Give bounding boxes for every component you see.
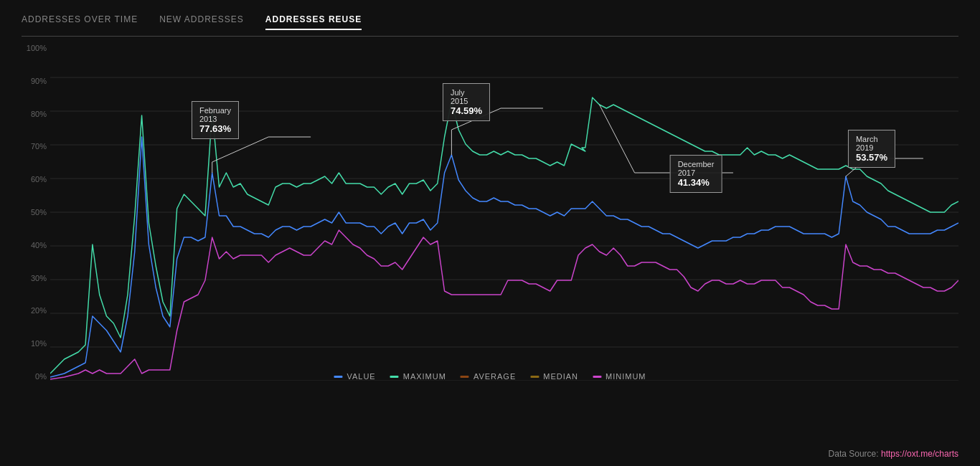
chart-svg <box>50 44 958 381</box>
legend-maximum: MAXIMUM <box>390 372 446 381</box>
tab-bar: ADDRESSES OVER TIME NEW ADDRESSES ADDRES… <box>22 14 958 37</box>
y-label-70: 70% <box>31 142 47 151</box>
y-label-20: 20% <box>31 306 47 315</box>
data-source-link[interactable]: https://oxt.me/charts <box>881 449 958 459</box>
main-container: ADDRESSES OVER TIME NEW ADDRESSES ADDRES… <box>0 0 980 466</box>
legend-value: VALUE <box>334 372 375 381</box>
chart-area: 100% 90% 80% 70% 60% 50% 40% 30% 20% 10%… <box>22 44 958 417</box>
data-source: Data Source: https://oxt.me/charts <box>829 449 958 459</box>
y-label-10: 10% <box>31 339 47 348</box>
legend-minimum-dot <box>593 376 601 378</box>
legend-average-dot <box>461 376 469 378</box>
y-label-30: 30% <box>31 274 47 282</box>
legend-average: AVERAGE <box>461 372 516 381</box>
y-axis: 100% 90% 80% 70% 60% 50% 40% 30% 20% 10%… <box>22 44 50 381</box>
chart-legend: VALUE MAXIMUM AVERAGE MEDIAN MINIMUM <box>334 372 646 381</box>
y-label-0: 0% <box>35 372 47 381</box>
legend-median-dot <box>530 376 539 378</box>
y-label-50: 50% <box>31 208 47 217</box>
y-label-60: 60% <box>31 175 47 184</box>
chart-plot: February2013 77.63% July2015 74.59% Dece… <box>50 44 958 381</box>
tab-new-addresses[interactable]: NEW ADDRESSES <box>159 14 244 30</box>
legend-value-dot <box>334 376 342 378</box>
y-label-100: 100% <box>27 44 47 52</box>
tab-addresses-over-time[interactable]: ADDRESSES OVER TIME <box>22 14 138 30</box>
y-label-40: 40% <box>31 241 47 249</box>
y-label-80: 80% <box>31 110 47 118</box>
legend-maximum-dot <box>390 376 399 378</box>
legend-median: MEDIAN <box>530 372 578 381</box>
y-label-90: 90% <box>31 77 47 85</box>
tab-addresses-reuse[interactable]: ADDRESSES REUSE <box>265 14 362 30</box>
legend-minimum: MINIMUM <box>593 372 646 381</box>
